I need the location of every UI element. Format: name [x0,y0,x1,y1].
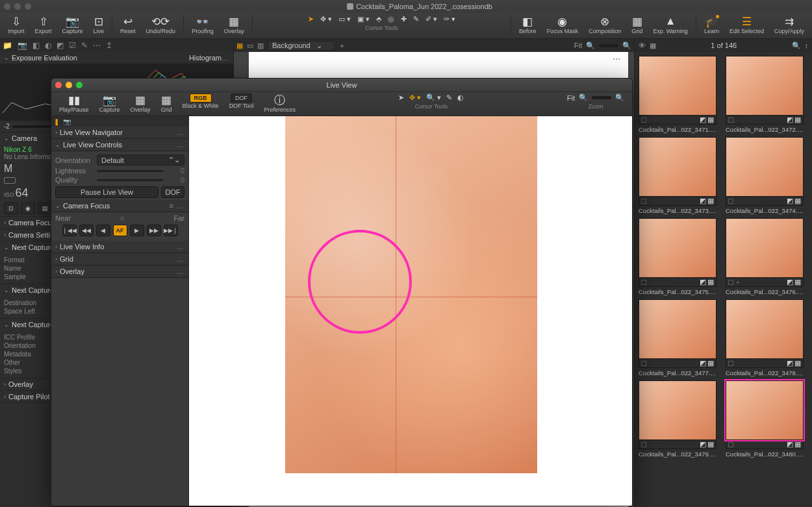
add-layer-icon[interactable]: ＋ [338,41,346,51]
export-button[interactable]: ⇧Export [30,15,57,34]
lv-quality-slider[interactable] [97,179,164,181]
lv-tabs[interactable]: ❚ 📷 [51,116,188,127]
focus-slider-track[interactable]: ○ [71,214,174,222]
browser-eye-icon[interactable]: 👁 [639,42,646,49]
thumbnail[interactable]: · · · · ·◩▦Cocktails_Pal...022_3479.NEF [639,380,717,458]
lv-lightness-slider[interactable] [97,170,164,172]
reset-button[interactable]: ↩Reset [115,15,141,34]
thumbnail[interactable]: · · · · ·◩▦Cocktails_Pal...022_3471.NEF [639,56,717,133]
cursor-draw-tool[interactable]: ▭ ▾ [338,15,351,23]
edit-selected-button[interactable]: ☰Edit Selected [724,15,769,34]
lv-capture-button[interactable]: 📷Capture [94,93,125,113]
copy-apply-button[interactable]: ⇉Copy/Apply [769,15,809,34]
lv-zoom-fit-icon[interactable]: 🔍 [615,93,624,102]
focus-start-button[interactable]: ❘◀◀ [62,225,77,236]
zoom-slider[interactable] [599,44,618,47]
browser-search-icon[interactable]: 🔍 [792,42,801,50]
lv-cursor-hand[interactable]: ✥ ▾ [409,93,421,102]
cursor-hand-tool[interactable]: ✥ ▾ [320,15,332,23]
focus-mask-button[interactable]: ◉Focus Mask [542,15,584,34]
lv-prefs-button[interactable]: ⓘPreferences [259,93,301,113]
import-button[interactable]: ⇩Import [3,15,30,34]
lv-section-grid[interactable]: ›Grid… [51,253,188,266]
lv-zoom-slider[interactable] [592,96,611,99]
focus-rewind-button[interactable]: ◀◀ [79,225,94,236]
window-controls[interactable] [4,3,31,10]
camera-control-3[interactable]: ▤ [38,203,52,214]
camera-control-2[interactable]: ◉ [21,203,35,214]
tool-tabs[interactable]: 📁📷◧◐◩☑✎⋯↥ [0,39,233,52]
zoom-to-fit-icon[interactable]: 🔍 [622,42,631,50]
lv-section-info[interactable]: ›Live View Info… [51,241,188,253]
lv-cursor-bw[interactable]: ◐ [457,93,464,102]
exp-warning-button[interactable]: ▲Exp. Warning [648,15,693,34]
cursor-crop-tool[interactable]: ▣ ▾ [357,15,370,23]
live-view-canvas[interactable] [189,116,632,506]
lv-section-overlay[interactable]: ›Overlay… [51,266,188,278]
lv-overlay-button[interactable]: ▦Overlay [125,93,156,113]
focus-prev-button[interactable]: ◀ [96,225,110,236]
lv-section-navigator[interactable]: ›Live View Navigator… [51,127,188,139]
lv-zoom-icon[interactable]: 🔍 [579,93,588,102]
live-close-button[interactable] [55,82,62,88]
lv-cursor-zoom[interactable]: 🔍 ▾ [426,93,441,102]
lv-pause-button[interactable]: Pause Live View [55,186,159,198]
focus-reticle[interactable] [308,230,412,334]
cursor-keystone-tool[interactable]: ⬘ [376,15,381,23]
cursor-pen-tool[interactable]: ✑ ▾ [444,15,455,23]
overlay-button[interactable]: ▦Overlay [219,15,249,34]
focus-af-button[interactable]: AF [113,225,127,236]
close-window-button[interactable] [4,3,10,10]
browser-filter-icon[interactable]: ▦ [650,42,656,50]
zoom-search-icon[interactable]: 🔍 [586,42,595,50]
focus-next-button[interactable]: ▶ [130,225,144,236]
live-button[interactable]: ⊡Live [88,15,110,34]
lv-orientation-select[interactable]: Default⌃⌄ [97,155,184,166]
before-button[interactable]: ◧Before [514,15,542,34]
thumbnail[interactable]: · · · · ·◩▦Cocktails_Pal...022_3480.NEF [726,380,804,458]
learn-button[interactable]: 🎓Learn [699,15,724,34]
layers-dropdown[interactable]: Background ⌄ [268,41,335,51]
live-view-titlebar[interactable]: Live View [51,79,632,92]
view-grid-icon[interactable]: ▦ [236,42,243,50]
thumbnail[interactable]: · · · · ·◩▦Cocktails_Pal...022_3478.NEF [726,299,804,377]
cursor-heal-tool[interactable]: ✚ [401,15,407,23]
thumbnail[interactable]: · · · · ·◩▦Cocktails_Pal...022_3475.NEF [639,218,717,295]
capture-button[interactable]: 📷Capture [57,15,88,34]
cursor-spot-tool[interactable]: ◎ [388,15,394,23]
grid-button[interactable]: ▦Grid [626,15,648,34]
thumbnail[interactable]: · · · · ·◩▦Cocktails_Pal...022_3472.NEF [726,56,804,133]
browser-sort-icon[interactable]: ↕ [805,42,809,49]
min-window-button[interactable] [14,3,21,10]
composition-button[interactable]: ⊗Composition [583,15,626,34]
cursor-pointer-tool[interactable]: ➤ [308,15,314,23]
undo-redo-button[interactable]: ⟲⟳Undo/Redo [141,15,181,34]
camera-control-1[interactable]: ⊡ [4,203,18,214]
lv-cursor-pointer[interactable]: ➤ [398,93,404,102]
lv-dof-button-side[interactable]: DOF [161,186,184,198]
section-exposure-evaluation[interactable]: ⌄Exposure Evaluation Histogram … [0,52,233,64]
thumbnail[interactable]: · · · · ·◩▦Cocktails_Pal...022_3474.NEF [726,137,804,214]
lv-section-controls[interactable]: ⌄Live View Controls… [51,139,188,151]
live-max-button[interactable] [76,82,82,88]
thumbnail[interactable]: · · · · ·◩▦Cocktails_Pal...022_3473.NEF [639,137,717,214]
lv-play-pause-button[interactable]: ▮▮Play/Pause [54,93,94,113]
focus-forward-button[interactable]: ▶▶ [147,225,161,236]
cursor-brush-tool[interactable]: ✐ ▾ [425,15,437,23]
view-single-icon[interactable]: ▭ [247,42,253,50]
max-window-button[interactable] [25,3,31,10]
proofing-button[interactable]: 👓Proofing [186,15,219,34]
view-multi-icon[interactable]: ▥ [257,42,264,50]
cursor-pipette-tool[interactable]: ✎ [413,15,419,23]
thumbnail[interactable]: ★◩▦Cocktails_Pal...022_3476.NEF [726,218,804,295]
lv-section-focus[interactable]: ⌄Camera Focus≡ … [51,200,188,212]
pin-icon[interactable]: ⋯ [613,55,620,64]
focus-end-button[interactable]: ▶▶❘ [164,225,178,236]
lv-bw-button[interactable]: RGBBlack & White [177,93,224,109]
live-min-button[interactable] [66,82,72,88]
lv-cursor-pipette[interactable]: ✎ [446,93,452,102]
lv-dof-button[interactable]: DOFDOF Tool [224,93,259,109]
lv-grid-button[interactable]: ▦Grid [156,93,177,113]
thumbnail[interactable]: · · · · ·◩▦Cocktails_Pal...022_3477.NEF [639,299,717,377]
cursor-tools-label: Cursor Tools [365,25,398,31]
